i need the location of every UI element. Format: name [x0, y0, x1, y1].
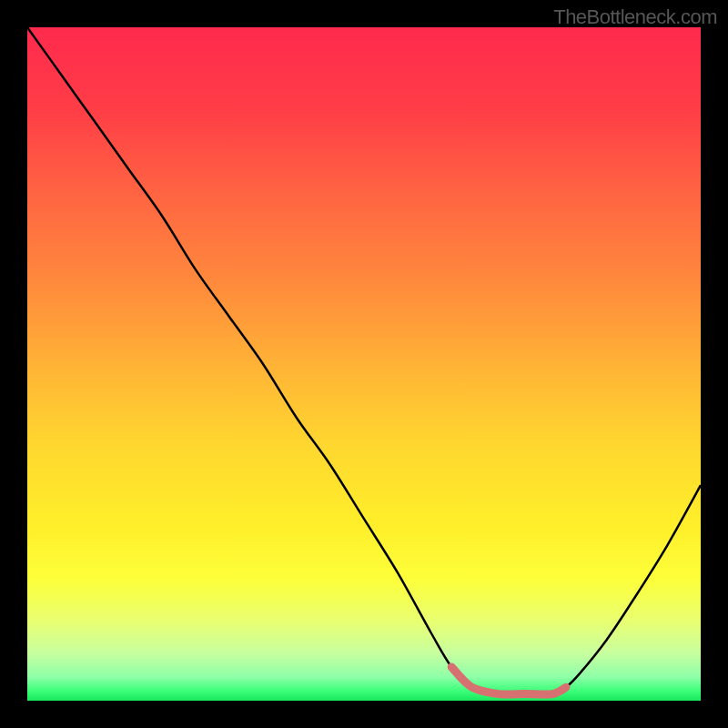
plot-area [27, 27, 701, 701]
curve-layer [27, 27, 701, 701]
watermark-text: TheBottleneck.com [553, 5, 717, 29]
chart-container: TheBottleneck.com [0, 0, 728, 728]
highlight-segment [451, 667, 566, 694]
bottleneck-curve [27, 27, 701, 694]
